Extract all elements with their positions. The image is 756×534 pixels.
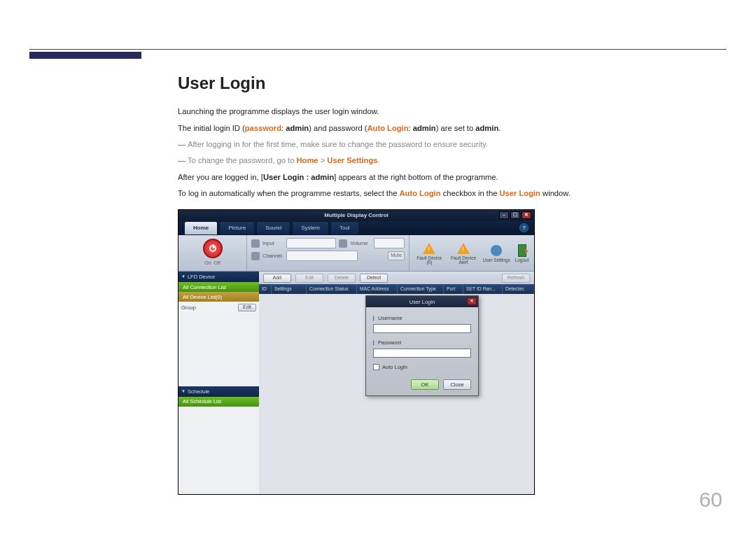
logout-button[interactable]: Logout bbox=[515, 244, 529, 263]
detect-button[interactable]: Detect bbox=[360, 274, 388, 283]
main-panel: Add Edit Delete Detect Refresh ID Settin… bbox=[259, 272, 534, 494]
col-conn-status[interactable]: Connection Status bbox=[307, 284, 357, 294]
table-header: ID Settings Connection Status MAC Addres… bbox=[259, 284, 534, 294]
tab-system[interactable]: System bbox=[292, 221, 329, 235]
auto-login-label: Auto Login bbox=[368, 124, 409, 132]
group-edit-button[interactable]: Edit bbox=[238, 304, 256, 311]
window-controls: – ☐ ✕ bbox=[499, 211, 531, 219]
main-toolbar: Add Edit Delete Detect Refresh bbox=[259, 272, 534, 284]
sidebar: ▼LFD Device All Connection List All Devi… bbox=[178, 272, 259, 494]
maximize-button[interactable]: ☐ bbox=[510, 211, 520, 219]
auto-login-label: Auto Login bbox=[382, 363, 407, 372]
sidebar-schedule-header[interactable]: ▼Schedule bbox=[178, 386, 259, 397]
password-input[interactable] bbox=[373, 349, 471, 358]
channel-label: Channel bbox=[262, 252, 284, 260]
caret-down-icon: ▼ bbox=[181, 388, 186, 395]
col-mac[interactable]: MAC Address bbox=[357, 284, 398, 294]
header-rule bbox=[29, 49, 727, 50]
app-title: Multiple Display Control bbox=[324, 211, 388, 220]
tab-home[interactable]: Home bbox=[184, 221, 218, 235]
note-change-password: After logging in for the first time, mak… bbox=[178, 139, 727, 150]
password-label: password bbox=[245, 124, 281, 132]
header-accent-bar bbox=[29, 52, 141, 59]
login-buttons: OK Close bbox=[373, 379, 471, 390]
channel-select[interactable] bbox=[286, 251, 358, 261]
user-icon bbox=[491, 245, 502, 256]
mute-button[interactable]: Mute bbox=[388, 251, 405, 260]
delete-button[interactable]: Delete bbox=[328, 274, 356, 283]
intro-paragraph: Launching the programme displays the use… bbox=[178, 106, 727, 118]
input-label: Input bbox=[262, 239, 284, 248]
fault-device-button[interactable]: Fault Device (0) bbox=[414, 241, 444, 266]
refresh-button[interactable]: Refresh bbox=[502, 274, 530, 283]
power-icon bbox=[209, 245, 216, 252]
username-input[interactable] bbox=[373, 324, 471, 333]
col-conn-type[interactable]: Connection Type bbox=[398, 284, 444, 294]
ok-button[interactable]: OK bbox=[411, 379, 439, 390]
login-body: Username Password Auto Login bbox=[366, 307, 478, 395]
col-setid[interactable]: SET ID Ran... bbox=[463, 284, 503, 294]
sidebar-group-row: Group Edit bbox=[178, 302, 259, 313]
login-title: User Login bbox=[410, 298, 435, 307]
input-select[interactable] bbox=[286, 238, 336, 248]
volume-icon bbox=[339, 239, 347, 248]
note-user-settings: To change the password, go to Home > Use… bbox=[178, 155, 727, 167]
table-body: User Login ✕ Username Password bbox=[259, 294, 534, 494]
page-number: 60 bbox=[699, 488, 722, 512]
sidebar-all-connection[interactable]: All Connection List bbox=[178, 282, 259, 292]
col-settings[interactable]: Settings bbox=[272, 284, 307, 294]
sidebar-lfd-header[interactable]: ▼LFD Device bbox=[178, 272, 259, 282]
page-title: User Login bbox=[178, 70, 727, 96]
channel-icon bbox=[251, 252, 260, 260]
warning-icon bbox=[423, 243, 435, 254]
username-label: Username bbox=[373, 314, 471, 323]
alert-icon bbox=[457, 243, 470, 254]
login-close-button[interactable]: ✕ bbox=[467, 297, 477, 305]
username-field: Username bbox=[373, 314, 471, 333]
ribbon-power-group: On Off bbox=[178, 235, 247, 271]
auto-login-paragraph: To log in automatically when the program… bbox=[178, 188, 727, 199]
close-dialog-button[interactable]: Close bbox=[443, 379, 471, 390]
after-login-paragraph: After you are logged in, [User Login : a… bbox=[178, 171, 727, 183]
ribbon-settings-group: Input Volume Channel Mute bbox=[247, 235, 410, 271]
power-button[interactable] bbox=[203, 239, 223, 258]
minimize-button[interactable]: – bbox=[499, 211, 509, 219]
group-label: Group bbox=[181, 304, 196, 312]
default-login-paragraph: The initial login ID (password: admin) a… bbox=[178, 122, 727, 134]
col-port[interactable]: Port bbox=[444, 284, 463, 294]
auto-login-row: Auto Login bbox=[373, 363, 471, 372]
volume-field[interactable] bbox=[374, 238, 405, 248]
ribbon-tools-group: Fault Device (0) Fault Device Alert User… bbox=[410, 235, 534, 271]
input-icon bbox=[251, 239, 260, 248]
tab-sound[interactable]: Sound bbox=[256, 221, 290, 235]
password-field: Password bbox=[373, 339, 471, 358]
app-body: ▼LFD Device All Connection List All Devi… bbox=[178, 272, 534, 494]
login-titlebar[interactable]: User Login ✕ bbox=[366, 296, 478, 307]
volume-label: Volume bbox=[350, 239, 371, 248]
ribbon: On Off Input Volume Channel bbox=[178, 235, 534, 272]
tab-tool[interactable]: Tool bbox=[330, 221, 359, 235]
caret-down-icon: ▼ bbox=[181, 274, 186, 280]
app-titlebar[interactable]: Multiple Display Control – ☐ ✕ bbox=[178, 210, 534, 221]
sidebar-all-device[interactable]: All Device List(0) bbox=[178, 292, 259, 302]
sidebar-tree-area bbox=[178, 313, 259, 386]
sidebar-schedule-area bbox=[178, 407, 259, 494]
user-settings-button[interactable]: User Settings bbox=[483, 244, 510, 263]
tab-picture[interactable]: Picture bbox=[219, 221, 255, 235]
help-icon[interactable]: ? bbox=[519, 223, 528, 232]
close-button[interactable]: ✕ bbox=[522, 211, 531, 219]
app-window: Multiple Display Control – ☐ ✕ Home Pict… bbox=[178, 209, 535, 495]
auto-login-checkbox[interactable] bbox=[373, 364, 379, 370]
logout-icon bbox=[518, 244, 526, 257]
col-id[interactable]: ID bbox=[259, 284, 272, 294]
edit-button[interactable]: Edit bbox=[295, 274, 323, 283]
power-on-label[interactable]: On bbox=[204, 260, 211, 267]
col-detected[interactable]: Detectec bbox=[503, 284, 534, 294]
fault-alert-button[interactable]: Fault Device Alert bbox=[449, 241, 478, 266]
power-off-label[interactable]: Off bbox=[214, 260, 220, 267]
login-dialog: User Login ✕ Username Password bbox=[365, 295, 479, 396]
sidebar-all-schedule[interactable]: All Schedule List bbox=[178, 397, 259, 407]
password-label: Password bbox=[373, 339, 471, 347]
add-button[interactable]: Add bbox=[263, 274, 291, 283]
document-content: User Login Launching the programme displ… bbox=[178, 70, 727, 495]
